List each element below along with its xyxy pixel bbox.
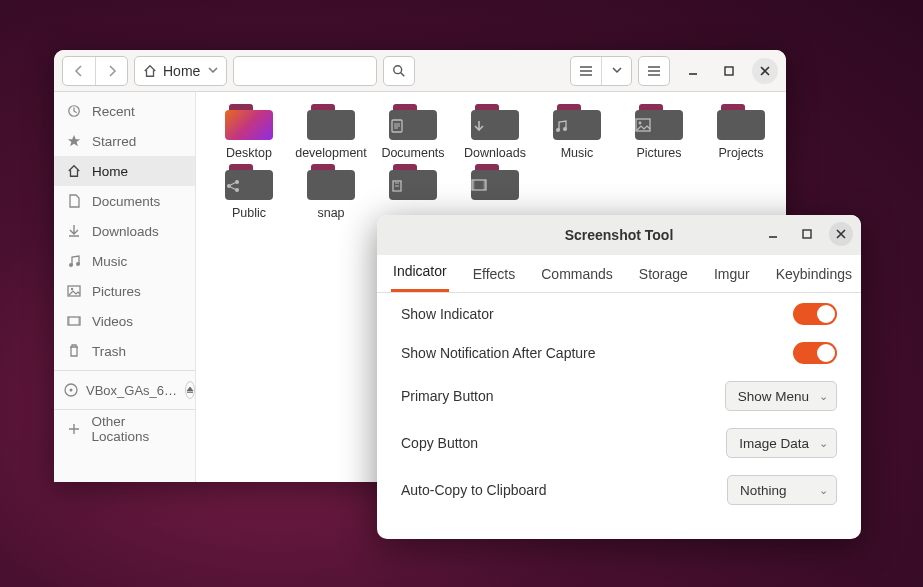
forward-button[interactable] [95, 57, 127, 85]
sidebar-item-videos[interactable]: Videos [54, 306, 195, 336]
sidebar-label: Trash [92, 344, 126, 359]
minimize-button[interactable] [680, 58, 706, 84]
svg-point-12 [70, 389, 73, 392]
document-icon [66, 194, 82, 208]
dropdown-auto-copy[interactable]: Nothing ⌄ [727, 475, 837, 505]
dialog-body: Show Indicator Show Notification After C… [377, 293, 861, 539]
folder-item[interactable]: Public [208, 162, 290, 220]
toggle-show-notification[interactable] [793, 342, 837, 364]
tab-keybindings[interactable]: Keybindings [774, 266, 854, 292]
setting-label: Auto-Copy to Clipboard [401, 482, 547, 498]
sidebar-item-device[interactable]: VBox_GAs_6… [54, 375, 195, 405]
dropdown-copy-button[interactable]: Image Data ⌄ [726, 428, 837, 458]
location-bar[interactable] [233, 56, 376, 86]
close-button[interactable] [829, 222, 853, 246]
list-icon [579, 65, 593, 77]
path-breadcrumb[interactable]: Home [134, 56, 227, 86]
sidebar-label: Videos [92, 314, 133, 329]
svg-rect-24 [484, 180, 487, 190]
svg-point-19 [235, 180, 239, 184]
search-icon [392, 64, 406, 78]
sidebar-item-starred[interactable]: Starred [54, 126, 195, 156]
svg-rect-9 [68, 317, 70, 325]
close-icon [836, 229, 846, 239]
svg-rect-2 [725, 67, 733, 75]
search-button[interactable] [383, 56, 415, 86]
folder-item[interactable]: Desktop [208, 102, 290, 160]
dialog-title: Screenshot Tool [565, 227, 674, 243]
folder-icon [471, 102, 519, 142]
minimize-button[interactable] [761, 222, 785, 246]
folder-icon [225, 162, 273, 202]
folder-item[interactable]: development [290, 102, 372, 160]
sidebar-label: Other Locations [91, 414, 183, 444]
sidebar-item-home[interactable]: Home [54, 156, 195, 186]
sidebar-item-music[interactable]: Music [54, 246, 195, 276]
list-view-button[interactable] [571, 57, 601, 85]
sidebar-item-downloads[interactable]: Downloads [54, 216, 195, 246]
folder-label: Projects [718, 146, 763, 160]
svg-point-7 [71, 288, 73, 290]
folder-item[interactable]: Music [536, 102, 618, 160]
folder-label: Desktop [226, 146, 272, 160]
dialog-titlebar: Screenshot Tool [377, 215, 861, 255]
sidebar-label: Documents [92, 194, 160, 209]
view-options-button[interactable] [601, 57, 631, 85]
folder-item[interactable] [454, 162, 536, 220]
maximize-button[interactable] [795, 222, 819, 246]
svg-rect-23 [472, 180, 475, 190]
svg-point-17 [639, 122, 642, 125]
tab-imgur[interactable]: Imgur [712, 266, 752, 292]
dropdown-value: Image Data [739, 436, 809, 451]
close-button[interactable] [752, 58, 778, 84]
sidebar-label: VBox_GAs_6… [86, 383, 177, 398]
back-button[interactable] [63, 57, 95, 85]
folder-item[interactable]: Documents [372, 102, 454, 160]
folder-icon [389, 102, 437, 142]
setting-label: Primary Button [401, 388, 494, 404]
home-icon [66, 164, 82, 178]
view-switcher [570, 56, 632, 86]
tab-effects[interactable]: Effects [471, 266, 518, 292]
folder-item[interactable]: Pictures [618, 102, 700, 160]
folder-icon [307, 162, 355, 202]
hamburger-menu-button[interactable] [638, 56, 670, 86]
folder-label: Music [561, 146, 594, 160]
folder-item[interactable]: Downloads [454, 102, 536, 160]
folder-item[interactable]: Projects [700, 102, 782, 160]
folder-item[interactable] [372, 162, 454, 220]
folder-label: Pictures [636, 146, 681, 160]
star-icon [66, 134, 82, 148]
plus-icon [66, 423, 81, 435]
download-icon [66, 224, 82, 238]
folder-item[interactable]: snap [290, 162, 372, 220]
sidebar-item-other-locations[interactable]: Other Locations [54, 414, 195, 444]
dropdown-value: Nothing [740, 483, 787, 498]
toggle-show-indicator[interactable] [793, 303, 837, 325]
tab-commands[interactable]: Commands [539, 266, 615, 292]
sidebar-item-documents[interactable]: Documents [54, 186, 195, 216]
sidebar-item-trash[interactable]: Trash [54, 336, 195, 366]
row-show-indicator: Show Indicator [401, 303, 837, 325]
folder-icon [471, 162, 519, 202]
row-auto-copy: Auto-Copy to Clipboard Nothing ⌄ [401, 475, 837, 505]
folder-icon [225, 102, 273, 142]
sidebar-item-recent[interactable]: Recent [54, 96, 195, 126]
minimize-icon [687, 65, 699, 77]
tab-indicator[interactable]: Indicator [391, 263, 449, 292]
row-copy-button: Copy Button Image Data ⌄ [401, 428, 837, 458]
folder-icon [307, 102, 355, 142]
chevron-right-icon [107, 65, 117, 77]
setting-label: Show Notification After Capture [401, 345, 596, 361]
clock-icon [66, 104, 82, 118]
folder-label: Public [232, 206, 266, 220]
tab-storage[interactable]: Storage [637, 266, 690, 292]
dropdown-primary-button[interactable]: Show Menu ⌄ [725, 381, 837, 411]
eject-button[interactable] [185, 381, 195, 399]
row-primary-button: Primary Button Show Menu ⌄ [401, 381, 837, 411]
folder-label: Documents [381, 146, 444, 160]
maximize-icon [802, 229, 812, 239]
maximize-button[interactable] [716, 58, 742, 84]
sidebar-item-pictures[interactable]: Pictures [54, 276, 195, 306]
chevron-down-icon: ⌄ [819, 390, 828, 403]
